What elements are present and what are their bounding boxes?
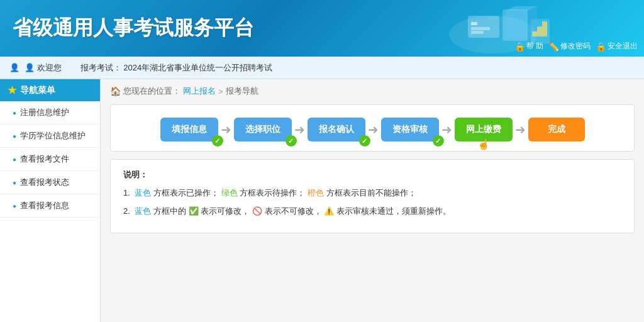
home-icon: 🏠 — [110, 86, 121, 96]
step-arrow-4: ➜ — [441, 122, 452, 137]
svg-rect-10 — [532, 31, 537, 36]
step-badge-fill-info: ✓ — [212, 135, 223, 147]
star-icon: ★ — [8, 84, 16, 96]
edit-icon: ✏️ — [548, 42, 559, 52]
step-box-fill-info[interactable]: 填报信息 ✓ — [160, 118, 218, 142]
step-fill-info[interactable]: 填报信息 ✓ — [160, 118, 218, 142]
step-badge-select-position: ✓ — [286, 135, 297, 147]
step-badge-qualification: ✓ — [433, 135, 444, 147]
svg-rect-5 — [471, 27, 490, 30]
svg-rect-1 — [468, 16, 499, 38]
step-arrow-2: ➜ — [294, 122, 305, 137]
sidebar-header: ★ 导航菜单 — [0, 79, 100, 101]
step-box-qualification[interactable]: 资格审核 ✓ — [381, 118, 439, 142]
site-title: 省级通用人事考试服务平台 — [13, 14, 254, 42]
step-qualification[interactable]: 资格审核 ✓ — [381, 118, 439, 142]
step-arrow-3: ➜ — [368, 122, 379, 137]
sidebar-item-exam-info[interactable]: ● 查看报考信息 — [0, 194, 100, 218]
sidebar-item-exam-status[interactable]: ● 查看报考状态 — [0, 171, 100, 194]
info-title: 说明： — [123, 169, 621, 180]
info-item-2: 2. 蓝色 方框中的 ✅ 表示可修改， 🚫 表示不可修改， ⚠️ 表示审核未通过… — [123, 205, 621, 218]
breadcrumb-home-link[interactable]: 网上报名 — [183, 86, 216, 97]
change-password-button[interactable]: ✏️ 修改密码 — [548, 41, 591, 52]
step-badge-confirm: ✓ — [359, 135, 370, 147]
breadcrumb: 🏠 您现在的位置： 网上报名 > 报考导航 — [110, 86, 635, 97]
sidebar-item-exam-file[interactable]: ● 查看报考文件 — [0, 148, 100, 171]
step-box-select-position[interactable]: 选择职位 ✓ — [234, 118, 292, 142]
breadcrumb-location-label: 您现在的位置： — [123, 86, 180, 97]
sidebar: ★ 导航菜单 ● 注册信息维护 ● 学历学位信息维护 ● 查看报考文件 ● 查看… — [0, 79, 101, 322]
dot-icon: ● — [13, 179, 16, 186]
info-item-1: 1. 蓝色 方框表示已操作； 绿色 方框表示待操作； 橙色 方框表示目前不能操作… — [123, 187, 621, 200]
sidebar-item-register-info[interactable]: ● 注册信息维护 — [0, 101, 100, 125]
breadcrumb-current: 报考导航 — [226, 86, 258, 97]
header-actions: 🔒 帮 助 ✏️ 修改密码 🔒 安全退出 — [514, 41, 638, 52]
sidebar-item-edu-info[interactable]: ● 学历学位信息维护 — [0, 125, 100, 148]
step-arrow-5: ➜ — [515, 122, 526, 137]
logout-button[interactable]: 🔒 安全退出 — [596, 41, 638, 52]
help-button[interactable]: 🔒 帮 助 — [514, 41, 543, 52]
dot-icon: ● — [13, 156, 16, 163]
cursor-icon: ☝ — [477, 138, 490, 150]
help-icon: 🔒 — [514, 42, 525, 52]
info-box: 说明： 1. 蓝色 方框表示已操作； 绿色 方框表示待操作； 橙色 方框表示目前… — [110, 159, 635, 233]
content-area: 🏠 您现在的位置： 网上报名 > 报考导航 填报信息 ✓ ➜ 选择职位 — [101, 79, 644, 322]
user-icon: 👤 — [9, 63, 19, 72]
welcome-text: 👤 👤 欢迎您 — [9, 62, 62, 74]
dot-icon: ● — [13, 133, 16, 140]
lock-icon: 🔒 — [596, 42, 606, 52]
step-done: 完成 — [528, 118, 585, 142]
svg-marker-7 — [506, 11, 528, 38]
main-layout: ★ 导航菜单 ● 注册信息维护 ● 学历学位信息维护 ● 查看报考文件 ● 查看… — [0, 79, 644, 322]
svg-rect-11 — [537, 26, 542, 36]
svg-rect-4 — [471, 22, 477, 25]
dot-icon: ● — [13, 203, 16, 209]
navbar: 👤 👤 欢迎您 报考考试： 2024年湖北省事业单位统一公开招聘考试 — [0, 57, 644, 79]
dot-icon: ● — [13, 109, 16, 116]
step-box-payment[interactable]: 网上缴费 ☝ — [455, 118, 513, 142]
svg-rect-6 — [471, 31, 484, 34]
breadcrumb-separator: > — [218, 87, 223, 96]
step-payment[interactable]: 网上缴费 ☝ — [455, 118, 513, 142]
header: 省级通用人事考试服务平台 🔒 帮 助 ✏️ 修改密码 🔒 安全退出 — [0, 0, 644, 57]
step-confirm[interactable]: 报名确认 ✓ — [308, 118, 365, 142]
step-box-done: 完成 — [528, 118, 585, 142]
exam-info: 报考考试： 2024年湖北省事业单位统一公开招聘考试 — [80, 62, 273, 74]
step-box-confirm[interactable]: 报名确认 ✓ — [308, 118, 365, 142]
steps-flow: 填报信息 ✓ ➜ 选择职位 ✓ ➜ 报名确认 ✓ ➜ — [110, 104, 635, 152]
step-arrow-1: ➜ — [221, 122, 231, 137]
step-select-position[interactable]: 选择职位 ✓ — [234, 118, 292, 142]
svg-rect-12 — [542, 21, 547, 36]
